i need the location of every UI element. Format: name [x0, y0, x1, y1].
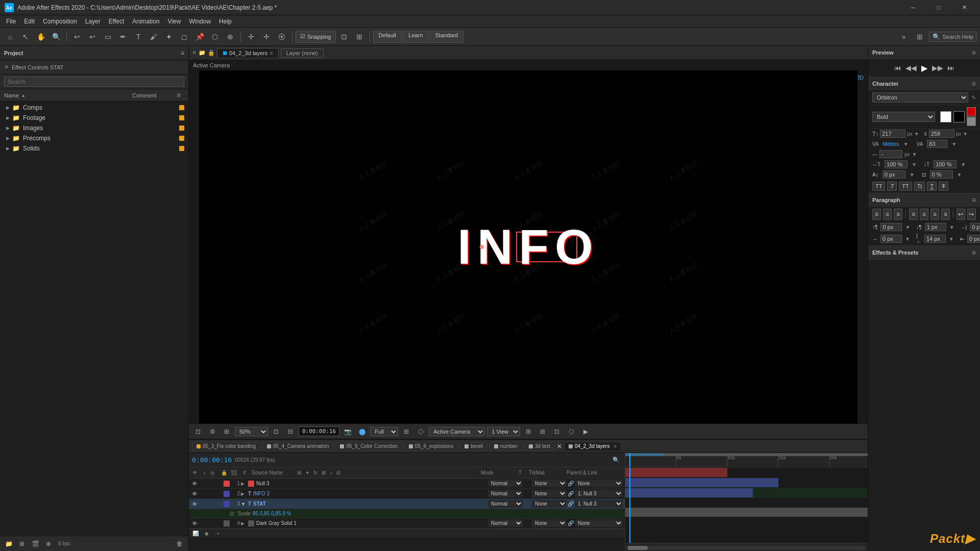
render-btn[interactable]: ⊞ [400, 425, 412, 438]
indent-first-arrow[interactable]: ▼ [905, 236, 910, 242]
tl-tab-active[interactable]: 04_2_3d layers ≡ [564, 442, 621, 450]
comp-settings-btn[interactable]: ⚙ [206, 425, 218, 438]
layer-name-4[interactable]: Dark Gray Solid 1 [256, 520, 487, 526]
menu-composition[interactable]: Composition [39, 17, 81, 26]
tl-keyframe-btn[interactable]: ◆ [202, 530, 211, 538]
timeline-timecode[interactable]: 0:00:00:16 [192, 456, 232, 464]
folder-images[interactable]: ▶ 📁 Images [0, 123, 188, 133]
folder-footage[interactable]: ▶ 📁 Footage [0, 113, 188, 123]
btn-small-caps[interactable]: T [887, 182, 897, 191]
vscale-arrow[interactable]: ▼ [961, 162, 966, 167]
timeline-scrollbar[interactable] [627, 546, 866, 550]
indent-first-input[interactable] [880, 235, 902, 243]
align-tool[interactable]: ✛ [259, 30, 274, 44]
text-stroke-gray[interactable] [967, 117, 976, 126]
label-3[interactable] [224, 501, 230, 507]
track-bar-3[interactable] [625, 488, 753, 497]
track-bar-1[interactable] [625, 468, 727, 477]
mode-select-4[interactable]: Normal [488, 519, 523, 527]
redo-tool[interactable]: ↩ [85, 30, 100, 44]
font-size-arrow[interactable]: ▼ [914, 131, 919, 137]
undo-tool[interactable]: ↩ [70, 30, 84, 44]
toolbar-grid[interactable]: ⊞ [913, 30, 927, 44]
parent-select-4[interactable]: None [575, 519, 623, 527]
active-camera-select[interactable]: Active Camera [429, 427, 485, 436]
preview-menu-icon[interactable]: ≡ [972, 48, 976, 57]
project-panel-menu[interactable]: ≡ [181, 49, 184, 57]
vis-2[interactable]: 👁 [191, 491, 198, 497]
tracking-input[interactable] [879, 150, 902, 158]
comp-tab-close[interactable]: ✕ [192, 49, 197, 56]
text-tool[interactable]: T [131, 30, 145, 44]
ltr-btn[interactable]: ↪ [967, 209, 976, 220]
preview-header[interactable]: Preview ≡ [868, 46, 980, 59]
justify-all-btn[interactable]: ≡ [941, 209, 950, 220]
menu-edit[interactable]: Edit [20, 17, 39, 26]
transparency-btn[interactable]: ⊞ [220, 425, 233, 438]
col-name-header[interactable]: Name ▲ [4, 92, 132, 98]
character-header[interactable]: Character ≡ [868, 77, 980, 90]
workspace-learn[interactable]: Learn [403, 31, 428, 43]
chain-icon-2[interactable]: 🔗 [568, 491, 574, 496]
expand-4[interactable]: ▶ [241, 521, 247, 526]
fit-btn[interactable]: ⊡ [270, 425, 282, 438]
vis-3[interactable]: 👁 [191, 501, 198, 507]
fast-preview-btn[interactable]: ⬡ [414, 425, 427, 438]
justify-center-btn[interactable]: ≡ [920, 209, 928, 220]
brush-tool[interactable]: 🖌 [146, 30, 161, 44]
label-4[interactable] [224, 520, 230, 527]
chain-icon-1[interactable]: 🔗 [568, 481, 574, 486]
parent-select-3[interactable]: 1. Null 3 [575, 500, 623, 508]
para-extra-input[interactable] [967, 235, 980, 243]
expand-1[interactable]: ▶ [241, 481, 247, 486]
zoom-select[interactable]: 50% 25% 100% [235, 427, 268, 436]
v-scale-input[interactable] [934, 160, 957, 168]
tl-tab-1[interactable]: 05_4_Camera animation [262, 442, 334, 450]
mode-select-1[interactable]: Normal [488, 480, 523, 487]
vis-4[interactable]: 👁 [191, 520, 198, 527]
active-tab-menu[interactable]: ≡ [614, 443, 617, 449]
images-expand[interactable]: ▶ [6, 126, 12, 131]
leading-arrow[interactable]: ▼ [963, 131, 968, 137]
btn-all-caps[interactable]: TT [872, 182, 885, 191]
pen-tool[interactable]: ✒ [116, 30, 130, 44]
rect-tool[interactable]: ▭ [101, 30, 115, 44]
motion-tool[interactable]: ⦿ [275, 30, 289, 44]
indent-right-input[interactable] [970, 223, 980, 231]
tl-tab-5[interactable]: number [489, 442, 522, 450]
zoom-tool[interactable]: 🔍 [49, 30, 63, 44]
quality-select[interactable]: Full Half Quarter [370, 427, 398, 436]
tracking-arrow[interactable]: ▼ [912, 152, 917, 157]
tl-tab-0[interactable]: 05_3_Fix color banding [192, 442, 260, 450]
menu-window[interactable]: Window [185, 17, 215, 26]
label-1[interactable] [224, 481, 230, 487]
preview-play-btn[interactable]: ▶ [919, 62, 930, 73]
mask-btn[interactable]: ⊡ [551, 425, 563, 438]
points-tool[interactable]: ✛ [244, 30, 258, 44]
composition-canvas[interactable]: 人人素材区 人人素材区 人人素材区 人人素材区 人人素材区 人人素材区 人人素材… [199, 70, 857, 423]
stamp-tool[interactable]: ✦ [162, 30, 176, 44]
open-footage-btn[interactable]: 🎬 [30, 538, 41, 549]
new-comp-btn[interactable]: ⊞ [16, 538, 28, 549]
trkmat-select-2[interactable]: None [532, 490, 567, 497]
space-before-arrow[interactable]: ▼ [905, 224, 910, 230]
justify-right-btn[interactable]: ≡ [930, 209, 939, 220]
layer-name-3[interactable]: STAT [253, 501, 487, 507]
hscale-arrow[interactable]: ▼ [912, 162, 917, 167]
effects-header[interactable]: Effects & Presets ≡ [868, 246, 980, 259]
view-options-btn[interactable]: ⊞ [522, 425, 534, 438]
render-queue-btn[interactable]: ▶ [579, 425, 592, 438]
tl-graph-btn[interactable]: 📊 [191, 530, 200, 538]
tl-add-btn[interactable]: + [213, 530, 223, 538]
camera-tool[interactable]: ⊕ [223, 30, 237, 44]
h-scale-input[interactable] [885, 160, 908, 168]
effects-menu-icon[interactable]: ≡ [972, 248, 976, 257]
text-color-white[interactable] [940, 111, 951, 122]
menu-animation[interactable]: Animation [128, 17, 163, 26]
btn-superscript[interactable]: TT [899, 182, 912, 191]
grid-btn[interactable]: ⊞ [536, 425, 549, 438]
text-stroke-red[interactable] [967, 107, 976, 116]
trkmat-select-1[interactable]: None [532, 480, 567, 487]
align-center-btn[interactable]: ≡ [883, 209, 892, 220]
project-flow-btn[interactable]: ⊕ [43, 538, 54, 549]
